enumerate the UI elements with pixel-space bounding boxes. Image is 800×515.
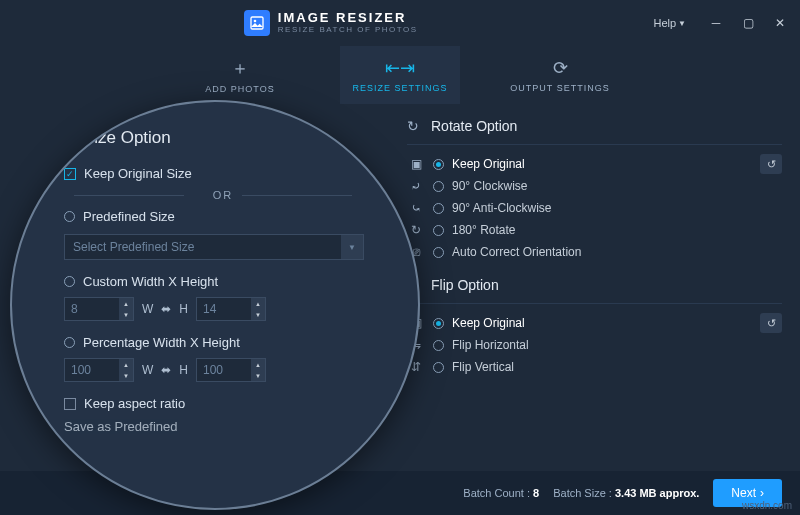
flip-section-header: ⇋ Flip Option — [407, 273, 782, 304]
rotate-90-ccw[interactable]: ⤿ 90° Anti-Clockwise — [407, 197, 782, 219]
checkbox-checked-icon[interactable]: ✓ — [64, 168, 76, 180]
rotate-180-icon: ↻ — [407, 223, 425, 237]
flip-keep-original[interactable]: ▣ Keep Original ↺ — [407, 312, 782, 334]
link-icon[interactable]: ⬌ — [161, 302, 171, 316]
checkbox-unchecked[interactable] — [64, 398, 76, 410]
rotate-header-icon: ↻ — [407, 118, 423, 134]
predefined-size-select[interactable]: Select Predefined Size ▼ — [64, 234, 364, 260]
percentage-size-option[interactable]: Percentage Width X Height — [64, 331, 382, 354]
app-icon — [244, 10, 270, 36]
tab-output-settings[interactable]: ⟳ OUTPUT SETTINGS — [500, 46, 620, 104]
rotate-ccw-icon: ⤿ — [407, 201, 425, 215]
spin-down[interactable]: ▼ — [251, 309, 265, 320]
batch-count-info: Batch Count : 8 — [463, 487, 539, 499]
radio-unchecked[interactable] — [64, 337, 75, 348]
custom-width-input[interactable]: 8 ▲▼ — [64, 297, 134, 321]
minimize-button[interactable]: ─ — [704, 11, 728, 35]
keep-aspect-ratio-option[interactable]: Keep aspect ratio — [64, 392, 382, 415]
rotate-section-header: ↻ Rotate Option — [407, 114, 782, 145]
tab-resize-settings[interactable]: ⇤⇥ RESIZE SETTINGS — [340, 46, 460, 104]
plus-photo-icon: ＋ — [231, 56, 249, 80]
tab-add-photos[interactable]: ＋ ADD PHOTOS — [180, 46, 300, 104]
flip-horizontal[interactable]: ⇋ Flip Horizontal — [407, 334, 782, 356]
spin-up[interactable]: ▲ — [119, 298, 133, 309]
save-as-predefined-option[interactable]: Save as Predefined — [64, 415, 382, 438]
spin-up[interactable]: ▲ — [119, 359, 133, 370]
rotate-keep-original[interactable]: ▣ Keep Original ↺ — [407, 153, 782, 175]
flip-vertical[interactable]: ⇵ Flip Vertical — [407, 356, 782, 378]
predefined-size-option[interactable]: Predefined Size — [64, 205, 382, 228]
magnifier-lens: Resize Option ✓ Keep Original Size OR Pr… — [10, 100, 420, 510]
watermark: wsxdn.com — [742, 500, 792, 511]
rotate-90-cw[interactable]: ⤾ 90° Clockwise — [407, 175, 782, 197]
spin-up[interactable]: ▲ — [251, 359, 265, 370]
chevron-down-icon: ▼ — [341, 235, 363, 259]
svg-point-1 — [253, 20, 256, 23]
radio-unchecked[interactable] — [64, 211, 75, 222]
app-subtitle: RESIZE BATCH OF PHOTOS — [278, 26, 418, 35]
height-label: H — [179, 302, 188, 316]
svg-rect-0 — [251, 17, 263, 29]
spin-down[interactable]: ▼ — [119, 370, 133, 381]
percent-width-input[interactable]: 100 ▲▼ — [64, 358, 134, 382]
maximize-button[interactable]: ▢ — [736, 11, 760, 35]
rotate-cw-icon: ⤾ — [407, 179, 425, 193]
width-label: W — [142, 363, 153, 377]
height-label: H — [179, 363, 188, 377]
flip-reset-button[interactable]: ↺ — [760, 313, 782, 333]
percent-height-input[interactable]: 100 ▲▼ — [196, 358, 266, 382]
spin-down[interactable]: ▼ — [251, 370, 265, 381]
custom-size-option[interactable]: Custom Width X Height — [64, 270, 382, 293]
resize-icon: ⇤⇥ — [385, 57, 415, 79]
or-divider: OR — [64, 189, 382, 201]
close-button[interactable]: ✕ — [768, 11, 792, 35]
link-icon[interactable]: ⬌ — [161, 363, 171, 377]
app-title: IMAGE RESIZER — [278, 11, 418, 25]
batch-size-info: Batch Size : 3.43 MB approx. — [553, 487, 699, 499]
radio-unchecked[interactable] — [64, 276, 75, 287]
custom-height-input[interactable]: 14 ▲▼ — [196, 297, 266, 321]
image-icon: ▣ — [407, 157, 425, 171]
spin-down[interactable]: ▼ — [119, 309, 133, 320]
rotate-auto-correct[interactable]: ⎚ Auto Correct Orientation — [407, 241, 782, 263]
keep-original-size-option[interactable]: ✓ Keep Original Size — [64, 162, 382, 185]
help-menu[interactable]: Help▼ — [653, 17, 686, 29]
settings-icon: ⟳ — [553, 57, 568, 79]
width-label: W — [142, 302, 153, 316]
rotate-reset-button[interactable]: ↺ — [760, 154, 782, 174]
spin-up[interactable]: ▲ — [251, 298, 265, 309]
rotate-180[interactable]: ↻ 180° Rotate — [407, 219, 782, 241]
